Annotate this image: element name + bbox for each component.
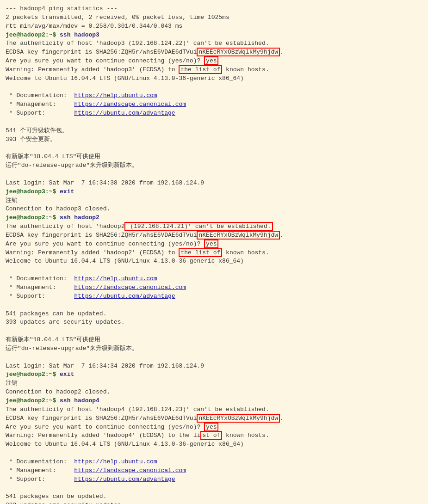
- line-2: 2 packets transmitted, 2 received, 0% pa…: [6, 13, 422, 22]
- line-16: 393 个安全更新。: [6, 135, 422, 144]
- line-8: Warning: Permanently added 'hadoop3' (EC…: [6, 66, 422, 74]
- line-12: * Management: https://landscape.canonica…: [6, 100, 422, 109]
- line-56: [6, 484, 422, 492]
- line-3: rtt min/avg/max/mdev = 0.258/0.301/0.344…: [6, 22, 422, 31]
- line-52: [6, 449, 422, 458]
- line-10: [6, 83, 422, 92]
- line-40: 运行"do-release-upgrade"来升级到新版本。: [6, 344, 422, 353]
- line-25: jee@hadoop2:~$ ssh hadoop2: [6, 214, 422, 222]
- line-11: * Documentation: https://help.ubuntu.com: [6, 92, 422, 100]
- line-46: jee@hadoop2:~$ ssh hadoop4: [6, 397, 422, 406]
- line-49: Are you sure you want to continue connec…: [6, 423, 422, 432]
- line-15: 541 个可升级软件包。: [6, 127, 422, 135]
- line-43: jee@hadoop2:~$ exit: [6, 370, 422, 379]
- line-19: 运行"do-release-upgrade"来升级到新版本。: [6, 161, 422, 170]
- line-13: * Support: https://ubuntu.com/advantage: [6, 109, 422, 118]
- line-32: * Documentation: https://help.ubuntu.com: [6, 275, 422, 283]
- line-9: Welcome to Ubuntu 16.04.4 LTS (GNU/Linux…: [6, 74, 422, 83]
- line-36: 541 packages can be updated.: [6, 310, 422, 319]
- line-7: Are you sure you want to continue connec…: [6, 57, 422, 66]
- line-18: 有新版本"18.04.4 LTS"可供使用: [6, 153, 422, 161]
- line-1: --- hadoop4 ping statistics ---: [6, 5, 422, 13]
- line-22: jee@hadoop3:~$ exit: [6, 188, 422, 197]
- line-29: Warning: Permanently added 'hadoop2' (EC…: [6, 249, 422, 258]
- line-26: The authenticity of host 'hadoop2 (192.1…: [6, 222, 422, 231]
- line-27: ECDSA key fingerprint is SHA256:ZQH5r/wh…: [6, 231, 422, 240]
- line-35: [6, 301, 422, 310]
- line-39: 有新版本"18.04.4 LTS"可供使用: [6, 336, 422, 344]
- line-33: * Management: https://landscape.canonica…: [6, 283, 422, 292]
- line-38: [6, 327, 422, 336]
- line-24: Connection to hadoop3 closed.: [6, 205, 422, 214]
- line-55: * Support: https://ubuntu.com/advantage: [6, 475, 422, 484]
- line-23: 注销: [6, 197, 422, 205]
- line-37: 393 updates are security updates.: [6, 318, 422, 327]
- line-14: [6, 118, 422, 127]
- line-4: jee@hadoop2:~$ ssh hadoop3: [6, 31, 422, 40]
- line-34: * Support: https://ubuntu.com/advantage: [6, 292, 422, 301]
- line-17: [6, 144, 422, 153]
- line-47: The authenticity of host 'hadoop4 (192.1…: [6, 406, 422, 414]
- line-20: [6, 170, 422, 179]
- line-58: 393 updates are security updates.: [6, 501, 422, 504]
- line-51: Welcome to Ubuntu 16.04.4 LTS (GNU/Linux…: [6, 440, 422, 449]
- line-5: The authenticity of host 'hadoop3 (192.1…: [6, 39, 422, 48]
- line-21: Last login: Sat Mar 7 16:34:38 2020 from…: [6, 179, 422, 188]
- line-44: 注销: [6, 379, 422, 388]
- line-41: [6, 353, 422, 362]
- line-28: Are you sure you want to continue connec…: [6, 240, 422, 249]
- line-54: * Management: https://landscape.canonica…: [6, 467, 422, 475]
- line-53: * Documentation: https://help.ubuntu.com: [6, 458, 422, 467]
- line-31: [6, 266, 422, 275]
- line-30: Welcome to Ubuntu 16.04.4 LTS (GNU/Linux…: [6, 257, 422, 266]
- line-42: Last login: Sat Mar 7 16:34:34 2020 from…: [6, 362, 422, 371]
- line-57: 541 packages can be updated.: [6, 492, 422, 501]
- line-48: ECDSA key fingerprint is SHA256:ZQH5r/wh…: [6, 414, 422, 423]
- line-6: ECDSA key fingerprint is SHA256:ZQH5r/wh…: [6, 48, 422, 57]
- line-50: Warning: Permanently added 'hadoop4' (EC…: [6, 431, 422, 440]
- line-45: Connection to hadoop2 closed.: [6, 388, 422, 397]
- terminal-window: --- hadoop4 ping statistics --- 2 packet…: [4, 3, 424, 504]
